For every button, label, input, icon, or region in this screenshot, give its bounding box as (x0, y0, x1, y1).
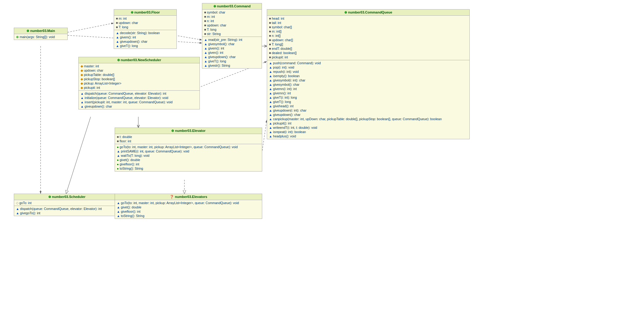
class-floor-fields: ■ m: int ■ updown: char ■ T: long (114, 16, 176, 30)
class-commandqueue-methods: ▲ push(command: Command): void ▲ pop(i: … (267, 60, 469, 139)
class-newscheduler-fields: ◆ master: int ◆ updown: char ◆ pickupTab… (79, 63, 200, 91)
class-scheduler-header: ⊕ number03.Scheduler (14, 194, 120, 200)
class-elevators-methods: ▲ goTo(to: int, master: int, pickup: Arr… (115, 200, 262, 219)
class-elevator: ⊕ number03.Elevator ■ t: double ■ floor:… (115, 128, 262, 172)
class-scheduler-fields: ◇ goTo: int (14, 200, 120, 206)
class-floor-header: ⊕ number03.Floor (114, 10, 176, 16)
class-command-header: ⊕ number03.Command (202, 3, 262, 10)
class-elevator-methods: ● goTo(to: int, master: int, pickup: Arr… (115, 144, 262, 171)
svg-line-11 (68, 23, 114, 32)
class-newscheduler-methods: ▲ dispatch(queue: CommandQueue, elevator… (79, 91, 200, 109)
main-method-1: ⊕ main(args: String[]): void (16, 35, 65, 39)
svg-line-9 (66, 117, 91, 194)
class-main: ⊕ number03.Main ⊕ main(args: String[]): … (14, 28, 68, 40)
class-command-fields: ■ symbol: char ■ m: int ■ n: int ■ updow… (202, 10, 262, 37)
svg-line-6 (262, 120, 267, 151)
svg-line-7 (175, 35, 202, 40)
class-main-methods: ⊕ main(args: String[]): void (14, 34, 67, 40)
class-commandqueue: ⊕ number03.CommandQueue ■ head: int ■ ta… (267, 9, 470, 139)
class-newscheduler: ⊕ number03.NewScheduler ◆ master: int ◆ … (78, 57, 200, 109)
main-icon: ⊕ (26, 29, 29, 33)
class-command: ⊕ number03.Command ■ symbol: char ■ m: i… (202, 3, 262, 69)
class-commandqueue-header: ⊕ number03.CommandQueue (267, 10, 469, 16)
class-main-header: ⊕ number03.Main (14, 28, 67, 34)
class-elevator-header: ⊕ number03.Elevator (115, 128, 262, 134)
class-floor: ⊕ number03.Floor ■ m: int ■ updown: char… (114, 9, 177, 49)
class-command-methods: ▲ read(str_pre: String): int ▲ givesymbo… (202, 37, 262, 68)
class-newscheduler-header: ⊕ number03.NewScheduler (79, 57, 200, 63)
class-commandqueue-fields: ■ head: int ■ tail: int ■ symbol: char[]… (267, 16, 469, 60)
class-elevator-fields: ■ t: double ■ floor: int (115, 134, 262, 144)
class-floor-methods: ▲ decode(str: String): boolean ▲ givem()… (114, 30, 176, 49)
class-scheduler: ⊕ number03.Scheduler ◇ goTo: int ▲ dispa… (14, 194, 120, 216)
class-elevators: ❓ number03.Elevators ▲ goTo(to: int, mas… (115, 194, 262, 219)
class-scheduler-methods: ▲ dispatch(queue: CommandQueue, elevator… (14, 206, 120, 216)
class-elevators-header: ❓ number03.Elevators (115, 194, 262, 200)
